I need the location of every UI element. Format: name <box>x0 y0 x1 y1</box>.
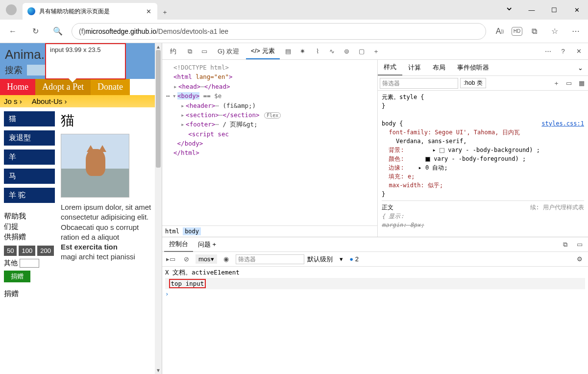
console-prompt[interactable]: › <box>165 289 585 299</box>
inspect-tooltip: input 93.99 x 23.5 <box>45 43 126 79</box>
cat-image <box>61 134 129 198</box>
hov-button[interactable]: :hob 类 <box>460 78 486 88</box>
perf-icon[interactable]: ∿ <box>326 45 339 58</box>
computed-tab[interactable]: 计算 <box>402 60 427 75</box>
sidebar-item-sheep[interactable]: 羊 <box>4 150 55 165</box>
maximize-button[interactable]: ☐ <box>543 0 565 20</box>
sidebar-item-2[interactable]: 衰退型 <box>4 130 55 146</box>
console-output[interactable]: X 文档。activeE1ement top input › <box>162 267 588 374</box>
issues-tab[interactable]: 问题 + <box>193 238 221 251</box>
device-icon[interactable]: ▭ <box>198 45 211 58</box>
profile-avatar[interactable] <box>6 4 17 15</box>
live-expr-icon[interactable]: ◉ <box>220 253 233 266</box>
console-settings-icon[interactable]: ⚙ <box>573 253 586 266</box>
amount-50[interactable]: 50 <box>4 246 17 256</box>
dt-welcome[interactable]: G) 欢迎 <box>213 44 244 59</box>
nav-home[interactable]: Home <box>0 79 35 95</box>
amount-100[interactable]: 100 <box>19 246 35 256</box>
reader-icon[interactable]: ⧉ <box>525 23 543 40</box>
dom-breadcrumb[interactable]: html body <box>162 225 377 237</box>
other-label: 其他 <box>4 259 18 268</box>
nav-primary: Home Adopt a Pet Donate <box>0 79 155 95</box>
lorem-text: Lorem ipsum dolor, sit amet consectetur … <box>61 202 153 262</box>
sidebar-item-cat[interactable]: 猫 <box>4 111 55 126</box>
url-host: microsoftedge.github.io <box>85 27 156 35</box>
nav-donate[interactable]: Donate <box>91 79 130 95</box>
dock-icon[interactable]: ⧉ <box>183 45 196 58</box>
styles-tab[interactable]: 样式 <box>378 60 402 75</box>
sidebar-item-horse[interactable]: 马 <box>4 169 55 184</box>
url-prefix: (f) <box>79 27 85 35</box>
console-tab[interactable]: 控制台 <box>164 237 193 252</box>
tab-title: 具有辅助功能的演示页面是 <box>39 7 141 16</box>
layout-tab[interactable]: 布局 <box>427 60 451 75</box>
browser-tab[interactable]: 具有辅助功能的演示页面是 ✕ <box>23 3 157 20</box>
help-icon[interactable]: ? <box>557 45 569 58</box>
dt-more-icon[interactable]: ⋯ <box>541 45 554 58</box>
back-button[interactable]: ← <box>4 23 22 40</box>
toggle-icon[interactable]: ▭ <box>563 79 575 87</box>
flex-icon[interactable]: ▦ <box>575 79 588 87</box>
address-bar[interactable]: (f) microsoftedge.github.io /Demos/devto… <box>72 23 486 40</box>
new-tab-button[interactable]: ＋ <box>157 5 172 20</box>
message-count[interactable]: ● 2 <box>346 255 359 263</box>
dt-elements-tab[interactable]: </>元素 <box>246 44 280 59</box>
scrollbar[interactable]: ▲ ▼ <box>155 43 162 374</box>
console-dock-icon[interactable]: ▭ <box>573 238 586 251</box>
help-text: 帮助我 们提 供捐赠 <box>4 211 55 242</box>
nav-about[interactable]: About-Us › <box>32 97 67 105</box>
css-rules[interactable]: 元素。style { } styles.css:1body { font-fam… <box>378 91 588 237</box>
expand-icon[interactable]: ⌄ <box>573 64 588 72</box>
nav-adopt[interactable]: Adopt a Pet <box>35 79 91 95</box>
page-heading: 猫 <box>61 111 153 130</box>
level-dropdown[interactable]: 默认级别 ▾ <box>307 255 343 264</box>
close-icon[interactable]: ✕ <box>145 7 152 15</box>
app-icon[interactable]: ▢ <box>355 45 368 58</box>
styles-filter-input[interactable] <box>380 78 458 89</box>
favorite-icon[interactable]: ☆ <box>546 23 564 40</box>
console-clear-icon[interactable]: ⊘ <box>180 253 193 266</box>
network-icon[interactable]: ⌇ <box>311 45 324 58</box>
hd-icon[interactable]: HD <box>512 27 522 36</box>
close-window-button[interactable]: ✕ <box>565 0 588 20</box>
dt-approx[interactable]: 约 <box>165 44 181 59</box>
sidebar-item-alpaca[interactable]: 羊 驼 <box>4 188 55 203</box>
footer-donate: 捐赠 <box>4 289 55 299</box>
search-button[interactable]: 🔍 <box>49 23 67 40</box>
read-aloud-icon[interactable]: A)) <box>491 23 509 40</box>
tooltip-text: input 93.99 x 23.5 <box>50 46 100 53</box>
minimize-button[interactable]: — <box>520 0 543 20</box>
console-toggle-icon[interactable]: ▸▭ <box>164 253 177 266</box>
nav-jos[interactable]: Jo s › <box>4 97 22 105</box>
nav-secondary: Jo s › About-Us › <box>0 95 155 107</box>
edge-icon <box>27 7 35 15</box>
console-icon[interactable]: ▤ <box>282 45 294 58</box>
donate-button[interactable]: 捐赠 <box>4 271 30 282</box>
dom-tree[interactable]: <!DOCTYPE html> <html lang="en"> ▸<head>… <box>162 60 377 225</box>
console-row-2: top input <box>165 278 585 289</box>
add-panel-icon[interactable]: ＋ <box>370 45 383 58</box>
more-icon[interactable]: ⋯ <box>566 23 584 40</box>
amount-200[interactable]: 200 <box>37 246 54 256</box>
console-sidebar-icon[interactable]: ⧉ <box>559 238 571 251</box>
url-path: /Demos/devtools-a1 lee <box>156 27 228 35</box>
listeners-tab[interactable]: 事件侦听器 <box>451 60 495 75</box>
memory-icon[interactable]: ⊚ <box>341 45 353 58</box>
css-link[interactable]: styles.css:1 <box>541 119 584 128</box>
new-rule-icon[interactable]: ＋ <box>550 79 563 88</box>
sources-icon[interactable]: ✷ <box>296 45 309 58</box>
console-filter-input[interactable] <box>236 254 304 264</box>
context-dropdown[interactable]: mos▾ <box>196 254 217 264</box>
dt-close-icon[interactable]: ✕ <box>572 45 585 58</box>
refresh-button[interactable]: ↻ <box>26 23 44 40</box>
chevron-down-icon[interactable] <box>498 0 520 20</box>
search-label: 搜索 <box>5 64 23 76</box>
other-input[interactable] <box>20 259 39 268</box>
console-row-1: X 文档。activeE1ement <box>165 268 585 278</box>
